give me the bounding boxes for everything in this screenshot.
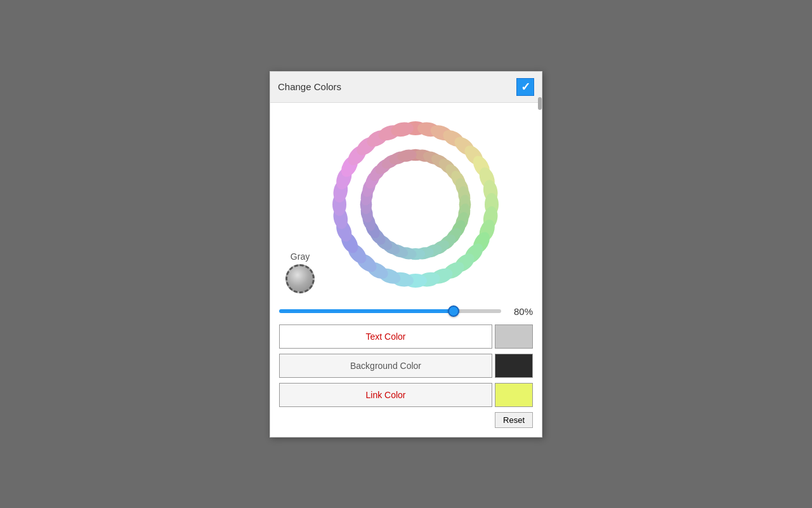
bg-color-button[interactable]: Background Color xyxy=(279,354,492,378)
bg-color-row: Background Color xyxy=(279,354,533,378)
link-color-button[interactable]: Link Color xyxy=(279,383,492,407)
dialog-checkbox[interactable] xyxy=(516,78,534,96)
gray-circle-swatch[interactable] xyxy=(285,264,315,293)
reset-button[interactable]: Reset xyxy=(495,412,533,428)
gray-selector-area: Gray xyxy=(285,251,315,293)
reset-row: Reset xyxy=(279,412,533,428)
brightness-slider[interactable] xyxy=(279,309,501,313)
slider-row: 80% xyxy=(279,306,533,317)
bg-color-swatch[interactable] xyxy=(495,354,533,378)
dialog-header: Change Colors xyxy=(270,72,542,103)
slider-percent-label: 80% xyxy=(508,306,533,317)
text-color-row: Text Color xyxy=(279,324,533,349)
gray-label: Gray xyxy=(291,251,310,262)
color-wheel-area: Gray xyxy=(279,109,533,300)
change-colors-dialog: Change Colors Gray 80% xyxy=(270,71,542,438)
dialog-body: Gray 80% Text Color Background Color Lin… xyxy=(270,103,542,437)
scrollbar-thumb[interactable] xyxy=(538,97,542,110)
link-color-row: Link Color xyxy=(279,383,533,407)
dialog-title: Change Colors xyxy=(278,81,341,92)
link-color-swatch[interactable] xyxy=(495,383,533,407)
color-wheel-svg[interactable] xyxy=(304,112,508,297)
text-color-button[interactable]: Text Color xyxy=(279,324,492,349)
text-color-swatch[interactable] xyxy=(495,324,533,349)
